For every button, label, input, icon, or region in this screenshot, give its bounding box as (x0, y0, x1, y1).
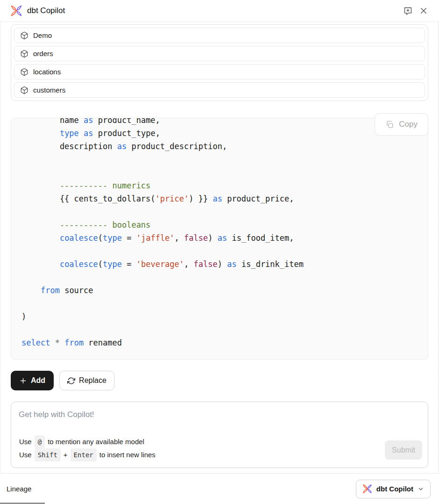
code-line: coalesce(type = 'jaffle', false) as is_f… (21, 231, 428, 245)
add-code-button[interactable]: Add (11, 371, 54, 390)
copy-icon (385, 120, 394, 129)
model-chip-list: Demoorderslocationscustomers (11, 24, 428, 101)
panel-title: dbt Copilot (27, 6, 65, 15)
submit-button[interactable]: Submit (385, 440, 422, 460)
refresh-icon (67, 377, 75, 385)
copy-button-label: Copy (399, 120, 418, 129)
code-line: coalesce(type = 'beverage', false) as is… (21, 258, 428, 271)
close-panel-button[interactable] (418, 5, 430, 17)
code-line: ---------- numerics (21, 179, 428, 192)
hint-text: to insert new lines (99, 449, 156, 461)
chevron-down-icon (418, 486, 424, 492)
code-line (21, 166, 428, 179)
replace-button-label: Replace (79, 376, 106, 385)
model-chip-label: customers (33, 86, 65, 94)
dbt-copilot-logo-icon (10, 5, 22, 17)
hint-text: + (64, 449, 68, 461)
code-line (21, 323, 428, 336)
code-line: type as product_type, (21, 127, 428, 140)
popout-new-thread-button[interactable] (401, 4, 415, 18)
panel-header: dbt Copilot (0, 0, 439, 22)
model-chip[interactable]: customers (14, 82, 425, 98)
prompt-hints: Use@to mention any available modelUseShi… (19, 435, 156, 461)
model-chip-label: Demo (33, 31, 52, 39)
model-chip[interactable]: Demo (14, 28, 425, 43)
keyboard-key: @ (35, 435, 45, 448)
comment-plus-icon (403, 6, 413, 16)
copilot-panel-body: Demoorderslocationscustomers Copy name a… (0, 22, 439, 473)
code-action-row: Add Replace (11, 371, 428, 390)
cube-icon (20, 86, 28, 94)
dbt-copilot-logo-icon (362, 484, 372, 494)
code-line: {{ cents_to_dollars('price') }} as produ… (21, 192, 428, 205)
code-line (21, 205, 428, 218)
prompt-hint: UseShift+Enterto insert new lines (19, 448, 156, 461)
code-line: select * from renamed (21, 336, 428, 349)
code-line: ) (21, 310, 428, 323)
code-suggestion-block: Copy name as product_name, type as produ… (11, 118, 428, 360)
code-line: name as product_name, (21, 118, 428, 127)
cube-icon (20, 31, 28, 40)
keyboard-key: Shift (35, 448, 61, 461)
code-line (21, 245, 428, 258)
code-line: from source (21, 284, 428, 297)
replace-code-button[interactable]: Replace (59, 371, 114, 390)
model-chip-label: locations (33, 68, 61, 76)
cube-icon (20, 68, 28, 76)
bottom-bar: Lineage dbt Copilot (0, 473, 439, 504)
model-chip[interactable]: locations (14, 64, 425, 79)
model-chip[interactable]: orders (14, 46, 425, 61)
copilot-prompt-input[interactable] (11, 402, 428, 428)
code-line: ---------- booleans (21, 218, 428, 231)
sql-code: name as product_name, type as product_ty… (11, 118, 428, 349)
hint-text: Use (19, 436, 32, 448)
code-line (21, 153, 428, 166)
copilot-prompt-box: Use@to mention any available modelUseShi… (11, 402, 428, 468)
copy-code-button[interactable]: Copy (375, 113, 428, 136)
selector-label: dbt Copilot (376, 485, 413, 493)
keyboard-key: Enter (71, 448, 97, 461)
code-line (21, 271, 428, 284)
add-button-label: Add (31, 376, 45, 385)
model-chip-label: orders (33, 50, 53, 58)
copilot-panel-selector[interactable]: dbt Copilot (356, 480, 431, 498)
plus-icon (19, 377, 27, 385)
close-icon (419, 7, 428, 15)
prompt-hint: Use@to mention any available model (19, 435, 156, 448)
cube-icon (20, 50, 28, 58)
tab-lineage[interactable]: Lineage (7, 485, 31, 493)
hint-text: to mention any available model (48, 436, 144, 448)
code-line (21, 297, 428, 310)
hint-text: Use (19, 449, 32, 461)
code-line: description as product_description, (21, 140, 428, 153)
sql-code-viewport[interactable]: name as product_name, type as product_ty… (11, 118, 428, 360)
